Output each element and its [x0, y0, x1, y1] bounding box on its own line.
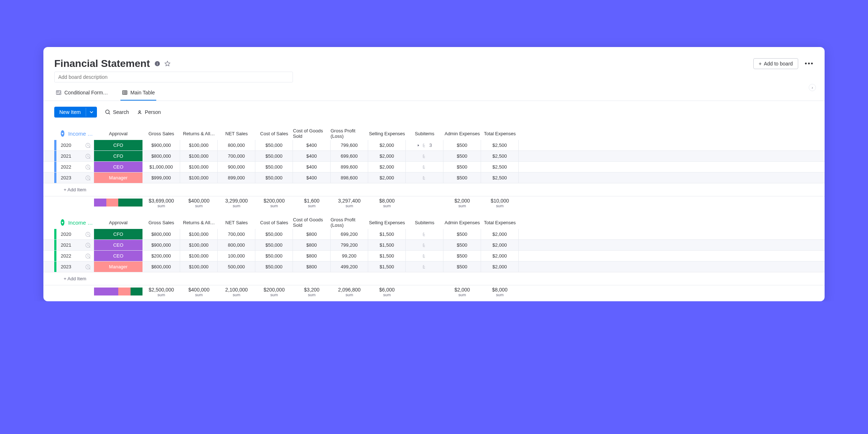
table-row[interactable]: 2021+CEO$900,000$100,000800,000$50,000$8… — [43, 240, 825, 251]
info-icon[interactable]: i — [154, 61, 160, 67]
subitems-cell[interactable] — [406, 229, 443, 239]
table-row[interactable]: 2021+CFO$800,000$100,000700,000$50,000$4… — [43, 151, 825, 162]
cell-gross_sales[interactable]: $900,000 — [142, 140, 180, 150]
tab-main-table[interactable]: Main Table — [120, 87, 156, 101]
cell-returns[interactable]: $100,000 — [180, 162, 218, 172]
approval-cell[interactable]: Manager — [94, 173, 142, 183]
cell-selling_exp[interactable]: $2,000 — [368, 140, 406, 150]
col-total_exp[interactable]: Total Expenses — [481, 220, 519, 225]
cell-selling_exp[interactable]: $2,000 — [368, 173, 406, 183]
cell-returns[interactable]: $100,000 — [180, 240, 218, 250]
group-collapse-icon[interactable]: ▾ — [61, 219, 64, 226]
cell-cogs[interactable]: $800 — [293, 251, 331, 261]
subitems-cell[interactable] — [406, 162, 443, 172]
approval-cell[interactable]: CFO — [94, 151, 142, 161]
cell-net_sales[interactable]: 500,000 — [218, 261, 255, 272]
col-gross_sales[interactable]: Gross Sales — [142, 131, 180, 136]
table-row[interactable]: 2023+Manager$600,000$100,000500,000$50,0… — [43, 261, 825, 272]
group-title[interactable]: Income Stateme… — [68, 220, 94, 226]
approval-cell[interactable]: CEO — [94, 162, 142, 172]
cell-returns[interactable]: $100,000 — [180, 173, 218, 183]
add-comment-icon[interactable]: + — [85, 175, 91, 181]
year-cell[interactable]: 2020+ — [56, 229, 94, 239]
year-cell[interactable]: 2023+ — [56, 261, 94, 272]
cell-total_exp[interactable]: $2,000 — [481, 240, 519, 250]
cell-cost_sales[interactable]: $50,000 — [255, 151, 293, 161]
cell-total_exp[interactable]: $2,000 — [481, 251, 519, 261]
year-cell[interactable]: 2020+ — [56, 140, 94, 150]
cell-cogs[interactable]: $400 — [293, 151, 331, 161]
cell-net_sales[interactable]: 900,000 — [218, 162, 255, 172]
star-icon[interactable] — [165, 61, 170, 67]
cell-cost_sales[interactable]: $50,000 — [255, 140, 293, 150]
col-returns[interactable]: Returns & All… — [180, 131, 218, 136]
add-comment-icon[interactable]: + — [85, 153, 91, 159]
table-row[interactable]: 2022+CEO$1,000,000$100,000900,000$50,000… — [43, 162, 825, 173]
cell-net_sales[interactable]: 800,000 — [218, 240, 255, 250]
more-options-icon[interactable]: ••• — [805, 60, 814, 68]
cell-gross_profit[interactable]: 899,600 — [331, 162, 368, 172]
table-row[interactable]: 2020+CFO$900,000$100,000800,000$50,000$4… — [43, 140, 825, 151]
cell-gross_sales[interactable]: $800,000 — [142, 229, 180, 239]
cell-admin_exp[interactable]: $500 — [443, 261, 481, 272]
subitems-cell[interactable] — [406, 151, 443, 161]
cell-gross_profit[interactable]: 898,600 — [331, 173, 368, 183]
cell-selling_exp[interactable]: $2,000 — [368, 151, 406, 161]
cell-net_sales[interactable]: 899,000 — [218, 173, 255, 183]
cell-cost_sales[interactable]: $50,000 — [255, 251, 293, 261]
cell-selling_exp[interactable]: $1,500 — [368, 229, 406, 239]
add-comment-icon[interactable]: + — [85, 231, 91, 237]
approval-cell[interactable]: CFO — [94, 229, 142, 239]
col-returns[interactable]: Returns & All… — [180, 220, 218, 225]
cell-admin_exp[interactable]: $500 — [443, 229, 481, 239]
cell-returns[interactable]: $100,000 — [180, 251, 218, 261]
cell-admin_exp[interactable]: $500 — [443, 251, 481, 261]
cell-cost_sales[interactable]: $50,000 — [255, 162, 293, 172]
col-gross_profit[interactable]: Gross Profit (Loss) — [331, 217, 368, 228]
cell-total_exp[interactable]: $2,500 — [481, 151, 519, 161]
year-cell[interactable]: 2023+ — [56, 173, 94, 183]
year-cell[interactable]: 2021+ — [56, 240, 94, 250]
table-row[interactable]: 2023+Manager$999,000$100,000899,000$50,0… — [43, 173, 825, 183]
cell-gross_profit[interactable]: 499,200 — [331, 261, 368, 272]
col-total_exp[interactable]: Total Expenses — [481, 131, 519, 136]
approval-cell[interactable]: CEO — [94, 251, 142, 261]
add-item-row[interactable]: + Add Item — [43, 272, 825, 285]
cell-total_exp[interactable]: $2,500 — [481, 140, 519, 150]
cell-gross_profit[interactable]: 799,200 — [331, 240, 368, 250]
cell-returns[interactable]: $100,000 — [180, 140, 218, 150]
cell-selling_exp[interactable]: $2,000 — [368, 162, 406, 172]
col-cogs[interactable]: Cost of Goods Sold — [293, 217, 331, 228]
chevron-down-icon[interactable] — [86, 108, 97, 116]
group-collapse-icon[interactable]: ▾ — [61, 130, 64, 137]
tab-conditional-form[interactable]: Conditional Form… — [54, 87, 110, 101]
col-cost_sales[interactable]: Cost of Sales — [255, 131, 293, 136]
subitems-cell[interactable] — [406, 251, 443, 261]
col-selling_exp[interactable]: Selling Expenses — [368, 220, 406, 225]
cell-cost_sales[interactable]: $50,000 — [255, 229, 293, 239]
subitems-cell[interactable] — [406, 173, 443, 183]
scroll-right-indicator[interactable]: › — [809, 84, 816, 91]
cell-net_sales[interactable]: 700,000 — [218, 229, 255, 239]
add-comment-icon[interactable]: + — [85, 264, 91, 270]
subitems-cell[interactable]: 3 — [406, 140, 443, 150]
approval-cell[interactable]: CEO — [94, 240, 142, 250]
search-tool[interactable]: Search — [105, 109, 129, 115]
year-cell[interactable]: 2022+ — [56, 251, 94, 261]
cell-cogs[interactable]: $400 — [293, 162, 331, 172]
col-cost_sales[interactable]: Cost of Sales — [255, 220, 293, 225]
cell-gross_profit[interactable]: 99,200 — [331, 251, 368, 261]
col-net_sales[interactable]: NET Sales — [218, 131, 255, 136]
table-row[interactable]: 2020+CFO$800,000$100,000700,000$50,000$8… — [43, 229, 825, 240]
cell-returns[interactable]: $100,000 — [180, 229, 218, 239]
col-admin_exp[interactable]: Admin Expenses — [443, 131, 481, 136]
cell-cost_sales[interactable]: $50,000 — [255, 261, 293, 272]
cell-admin_exp[interactable]: $500 — [443, 140, 481, 150]
col-subitems[interactable]: Subitems — [406, 131, 443, 136]
cell-total_exp[interactable]: $2,000 — [481, 229, 519, 239]
cell-gross_sales[interactable]: $600,000 — [142, 261, 180, 272]
cell-cogs[interactable]: $400 — [293, 173, 331, 183]
add-comment-icon[interactable]: + — [85, 253, 91, 259]
cell-gross_sales[interactable]: $900,000 — [142, 240, 180, 250]
cell-selling_exp[interactable]: $1,500 — [368, 251, 406, 261]
